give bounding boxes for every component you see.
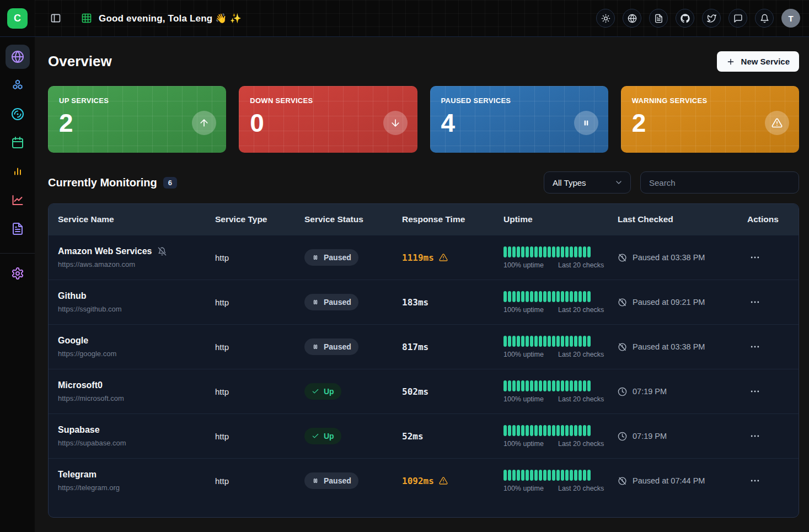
uptime-bar — [521, 291, 524, 302]
table-row[interactable]: Amazon Web Serviceshttps://aws.amazon.co… — [49, 235, 799, 280]
check-icon — [312, 432, 319, 440]
top-bar-actions: T — [596, 9, 800, 28]
uptime-bar — [503, 336, 507, 347]
feedback-button[interactable] — [728, 9, 747, 28]
uptime-bar — [530, 246, 533, 257]
docs-button[interactable] — [649, 9, 668, 28]
twitter-button[interactable] — [702, 9, 721, 28]
table-row[interactable]: Telegramhttps://telegram.orghttpPaused10… — [49, 458, 799, 503]
stat-card-warning-services[interactable]: WARNING SERVICES2 — [621, 86, 799, 153]
uptime-bar — [526, 470, 529, 481]
stat-card-up-services[interactable]: UP SERVICES2 — [48, 86, 226, 153]
sidebar — [0, 37, 35, 532]
service-url: https://telegram.org — [58, 483, 215, 492]
new-service-button[interactable]: New Service — [717, 51, 799, 72]
stat-card-down-services[interactable]: DOWN SERVICES0 — [239, 86, 417, 153]
uptime-bar — [512, 425, 516, 436]
app-logo[interactable]: C — [7, 8, 28, 29]
uptime-bar — [565, 470, 569, 481]
alert-icon — [772, 117, 783, 128]
sidebar-item-analytics[interactable] — [6, 188, 30, 212]
uptime-bar — [574, 336, 577, 347]
uptime-bar — [539, 336, 542, 347]
github-button[interactable] — [676, 9, 694, 28]
table-row[interactable]: Googlehttps://google.comhttpPaused817ms1… — [49, 324, 799, 369]
column-header-response-time: Response Time — [402, 214, 503, 224]
row-actions-button[interactable] — [747, 384, 763, 399]
stat-label: UP SERVICES — [59, 96, 215, 105]
row-actions-button[interactable] — [747, 294, 763, 310]
panel-left-icon — [50, 13, 61, 24]
table-row[interactable]: Supabasehttps://supabase.comhttpUp52ms10… — [49, 413, 799, 458]
stat-card-paused-services[interactable]: PAUSED SERVICES4 — [430, 86, 608, 153]
uptime-bar — [539, 470, 542, 481]
sidebar-item-maintenance[interactable] — [6, 131, 30, 155]
column-header-uptime: Uptime — [503, 214, 618, 224]
analytics-icon — [11, 194, 24, 207]
language-button[interactable] — [623, 9, 641, 28]
response-time: 1119ms — [402, 252, 434, 263]
last-checked-cell: Paused at 03:38 PM — [618, 342, 747, 352]
column-header-service-type: Service Type — [215, 214, 304, 224]
monitoring-controls: All Types — [544, 171, 799, 194]
stat-icon-circle — [192, 111, 216, 135]
sidebar-toggle-button[interactable] — [48, 10, 63, 26]
ellipsis-icon — [749, 252, 760, 263]
sidebar-item-status[interactable] — [6, 102, 30, 126]
uptime-bar — [543, 336, 547, 347]
search-input[interactable] — [640, 171, 799, 194]
uptime-bar — [561, 470, 564, 481]
uptime-bar — [578, 246, 582, 257]
uptime-bar — [512, 336, 516, 347]
uptime-bar — [539, 425, 542, 436]
plus-icon — [726, 57, 735, 66]
row-actions-button[interactable] — [747, 473, 763, 488]
uptime-bar — [587, 291, 591, 302]
uptime-bar — [570, 425, 573, 436]
uptime-bar — [574, 470, 577, 481]
row-actions-button[interactable] — [747, 250, 763, 265]
notifications-button[interactable] — [755, 9, 774, 28]
sidebar-item-infrastructure[interactable] — [6, 73, 30, 98]
uptime-bar — [543, 291, 547, 302]
last-checked-cell: Paused at 07:44 PM — [618, 476, 747, 486]
uptime-bar — [521, 470, 524, 481]
row-actions-button[interactable] — [747, 339, 763, 354]
monitors-icon — [11, 50, 24, 63]
service-url: https://microsoft.com — [58, 394, 215, 402]
warning-triangle-icon — [439, 253, 448, 262]
new-service-label: New Service — [741, 57, 790, 66]
ellipsis-icon — [749, 475, 760, 486]
table-row[interactable]: Githubhttps://ssgithub.comhttpPaused183m… — [49, 280, 799, 324]
uptime-bars — [503, 291, 618, 302]
uptime-bar — [534, 470, 538, 481]
clock-icon — [618, 387, 627, 396]
uptime-bar — [570, 470, 573, 481]
uptime-bar — [534, 291, 538, 302]
response-time: 502ms — [402, 386, 428, 397]
grid-icon — [81, 13, 92, 24]
ellipsis-icon — [749, 297, 760, 308]
sidebar-item-logs[interactable] — [6, 217, 30, 241]
theme-toggle-button[interactable] — [596, 9, 615, 28]
sidebar-item-incidents[interactable] — [6, 159, 30, 184]
uptime-bar — [561, 336, 564, 347]
uptime-bar — [578, 380, 582, 391]
language-icon — [628, 14, 637, 23]
uptime-bar — [526, 291, 529, 302]
table-row[interactable]: Microsoft0https://microsoft.comhttpUp502… — [49, 369, 799, 413]
row-actions-button[interactable] — [747, 428, 763, 444]
uptime-bar — [587, 470, 591, 481]
sidebar-item-monitors[interactable] — [6, 45, 30, 69]
uptime-bar — [539, 291, 542, 302]
service-name: Supabase — [58, 425, 100, 435]
uptime-bar — [570, 336, 573, 347]
avatar[interactable]: T — [781, 9, 800, 28]
service-status-cell: Paused — [304, 472, 402, 489]
sidebar-item-settings[interactable] — [6, 261, 30, 286]
uptime-bars — [503, 470, 618, 481]
uptime-bar — [526, 380, 529, 391]
uptime-cell: 100% uptimeLast 20 checks — [503, 470, 618, 492]
type-filter-select[interactable]: All Types — [544, 171, 631, 194]
uptime-bar — [508, 470, 511, 481]
